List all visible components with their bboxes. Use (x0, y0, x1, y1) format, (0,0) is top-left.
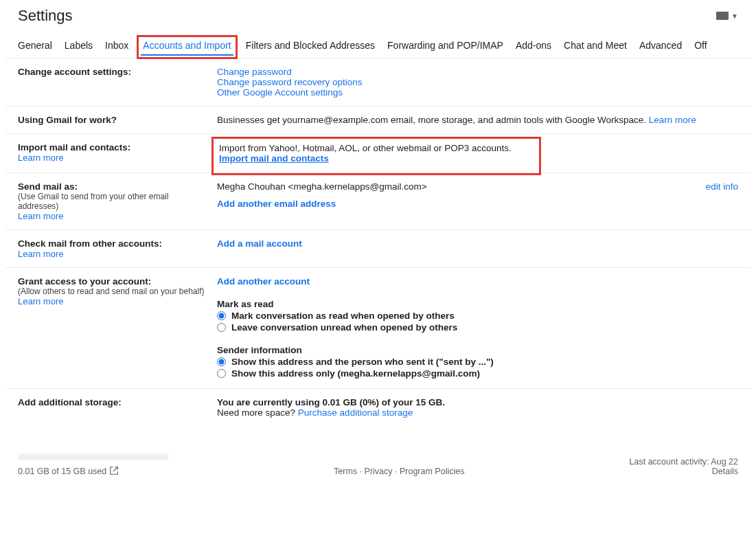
gmail-work-text: Businesses get yourname@example.com emai… (217, 115, 649, 125)
import-mail-label: Import mail and contacts: (18, 142, 210, 153)
add-mail-account-link[interactable]: Add a mail account (217, 238, 302, 249)
section-grant-access: Grant access to your account: (Allow oth… (5, 268, 751, 389)
settings-tabs: General Labels Inbox Accounts and Import… (5, 25, 751, 58)
add-another-email-link[interactable]: Add another email address (217, 199, 336, 209)
sender-info-option-b[interactable]: Show this address only (megha.kernelapps… (217, 368, 738, 379)
edit-info-link[interactable]: edit info (706, 181, 738, 192)
grant-access-label: Grant access to your account: (18, 276, 210, 287)
tab-inbox[interactable]: Inbox (105, 40, 128, 51)
import-description: Import from Yahoo!, Hotmail, AOL, or oth… (219, 143, 534, 153)
policies-link[interactable]: Program Policies (400, 467, 464, 476)
gmail-work-label: Using Gmail for work? (18, 115, 210, 125)
mark-read-radio-a[interactable] (217, 311, 226, 320)
horizontal-scrollbar[interactable] (18, 453, 169, 460)
import-highlight-box: Import from Yahoo!, Hotmail, AOL, or oth… (211, 137, 541, 175)
sender-info-radio-b[interactable] (217, 369, 226, 378)
change-account-label: Change account settings: (18, 67, 210, 77)
tab-general[interactable]: General (18, 40, 52, 51)
send-mail-as-identity: Megha Chouhan <megha.kernelapps@gmail.co… (217, 181, 427, 192)
send-mail-as-label: Send mail as: (18, 181, 210, 192)
mark-as-read-option-a[interactable]: Mark conversation as read when opened by… (217, 311, 738, 321)
section-send-mail-as: Send mail as: (Use Gmail to send from yo… (5, 173, 751, 230)
storage-label: Add additional storage: (18, 397, 210, 407)
tab-offline[interactable]: Off (694, 40, 707, 51)
check-mail-learn-more[interactable]: Learn more (18, 249, 63, 259)
section-storage: Add additional storage: You are currentl… (5, 389, 751, 426)
page-title: Settings (18, 7, 73, 25)
section-check-mail: Check mail from other accounts: Learn mo… (5, 230, 751, 268)
sender-info-header: Sender information (217, 345, 738, 355)
grant-access-sub: (Allow others to read and send mail on y… (18, 287, 210, 296)
gmail-work-learn-more[interactable]: Learn more (649, 115, 696, 125)
tab-filters[interactable]: Filters and Blocked Addresses (246, 40, 375, 51)
footer: 0.01 GB of 15 GB used Terms · Privacy · … (5, 426, 751, 490)
tab-forwarding[interactable]: Forwarding and POP/IMAP (387, 40, 503, 51)
storage-usage-text: You are currently using 0.01 GB (0%) of … (217, 397, 738, 407)
mark-as-read-header: Mark as read (217, 299, 738, 309)
send-mail-as-sub: (Use Gmail to send from your other email… (18, 192, 210, 211)
details-link[interactable]: Details (712, 467, 738, 476)
send-mail-as-learn-more[interactable]: Learn more (18, 211, 63, 221)
tab-accounts-and-import[interactable]: Accounts and Import (137, 35, 237, 59)
sender-info-radio-a[interactable] (217, 357, 226, 366)
tab-advanced[interactable]: Advanced (639, 40, 682, 51)
input-tools-button[interactable]: ▼ (716, 12, 738, 20)
check-mail-label: Check mail from other accounts: (18, 238, 210, 249)
sender-info-option-a[interactable]: Show this address and the person who sen… (217, 357, 738, 367)
other-account-settings-link[interactable]: Other Google Account settings (217, 87, 343, 98)
last-activity: Last account activity: Aug 22 (630, 457, 738, 467)
grant-access-learn-more[interactable]: Learn more (18, 296, 63, 306)
tab-chat-meet[interactable]: Chat and Meet (564, 40, 627, 51)
keyboard-icon (716, 12, 729, 20)
chevron-down-icon: ▼ (731, 12, 738, 20)
open-in-new-icon[interactable] (109, 467, 119, 476)
section-import-mail: Import mail and contacts: Learn more Imp… (5, 134, 751, 173)
storage-need-more: Need more space? (217, 407, 298, 418)
section-change-account: Change account settings: Change password… (5, 58, 751, 107)
tab-addons[interactable]: Add-ons (516, 40, 551, 51)
terms-link[interactable]: Terms (334, 467, 357, 476)
privacy-link[interactable]: Privacy (365, 467, 393, 476)
change-password-link[interactable]: Change password (217, 67, 292, 77)
footer-usage: 0.01 GB of 15 GB used (18, 467, 106, 476)
purchase-storage-link[interactable]: Purchase additional storage (298, 407, 413, 418)
import-mail-contacts-link[interactable]: Import mail and contacts (219, 153, 329, 164)
mark-read-radio-b[interactable] (217, 323, 226, 332)
section-gmail-work: Using Gmail for work? Businesses get you… (5, 107, 751, 134)
add-another-account-link[interactable]: Add another account (217, 276, 310, 287)
mark-as-read-option-b[interactable]: Leave conversation unread when opened by… (217, 322, 738, 333)
tab-labels[interactable]: Labels (65, 40, 93, 51)
change-recovery-link[interactable]: Change password recovery options (217, 77, 363, 87)
import-learn-more[interactable]: Learn more (18, 153, 63, 163)
